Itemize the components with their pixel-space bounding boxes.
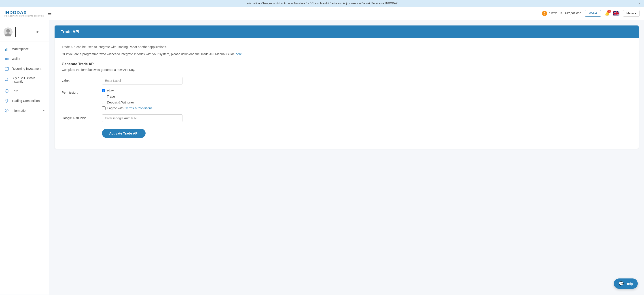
chat-icon: 💬 — [619, 281, 624, 286]
chevron-down-icon: ▾ — [634, 12, 636, 15]
page-body: Trade API can be used to integrate with … — [54, 38, 639, 149]
btc-price-display: ₿ 1 BTC = Rp 977,661,000 — [542, 11, 581, 16]
notification-badge: 1 — [607, 9, 611, 13]
info-icon — [4, 108, 9, 113]
google-auth-label: Google Auth PIN: — [62, 114, 98, 120]
avatar — [4, 27, 12, 36]
sidebar-item-recurring-label: Recurring Investment — [12, 67, 41, 70]
google-auth-input[interactable] — [102, 114, 182, 122]
activate-button[interactable]: Activate Trade API — [102, 129, 146, 138]
info-bar: Information: Changes in Virtual Account … — [0, 0, 644, 7]
trade-checkbox[interactable] — [102, 95, 105, 98]
permission-trade[interactable]: Trade — [102, 95, 182, 98]
info-bar-close[interactable]: × — [638, 1, 640, 5]
marketplace-icon — [4, 47, 9, 51]
hamburger-menu[interactable]: ☰ — [48, 11, 52, 16]
google-auth-field-container — [102, 114, 182, 122]
svg-rect-6 — [7, 47, 8, 51]
logo-subtitle: INDONESIA BITCOIN AND CRYPTO EXCHANGE — [4, 15, 44, 17]
sidebar-item-marketplace[interactable]: Marketplace — [0, 44, 49, 54]
label-input[interactable] — [102, 77, 182, 84]
profile-area: 👁 — [0, 24, 49, 42]
sidebar-item-recurring[interactable]: Recurring Investment — [0, 64, 49, 73]
sidebar-item-buysell[interactable]: Buy / Sell Bitcoin Instantly — [0, 73, 49, 86]
main-layout: 👁 Marketplace — [0, 20, 644, 295]
help-button[interactable]: 💬 Help — [614, 279, 638, 289]
svg-point-2 — [6, 29, 10, 33]
svg-rect-11 — [5, 67, 8, 70]
earn-icon — [4, 89, 9, 93]
description-line1: Trade API can be used to integrate with … — [62, 44, 632, 49]
sidebar-item-buysell-label: Buy / Sell Bitcoin Instantly — [12, 76, 44, 83]
notification-button[interactable]: 🔔 1 — [605, 11, 610, 16]
form-instruction: Complete the form below to generate a ne… — [62, 68, 632, 71]
terms-checkbox[interactable] — [102, 106, 106, 110]
logo-name: INDODAX — [4, 10, 44, 15]
description-line2: Or if you are a programmer who wishes to… — [62, 52, 632, 56]
trophy-icon — [4, 99, 9, 103]
permission-field-container: View Trade Deposit & Withdraw — [102, 89, 182, 110]
sidebar-item-earn-label: Earn — [12, 89, 18, 93]
header: INDODAX INDONESIA BITCOIN AND CRYPTO EXC… — [0, 7, 644, 20]
logo: INDODAX INDONESIA BITCOIN AND CRYPTO EXC… — [4, 10, 44, 17]
sidebar-item-wallet[interactable]: Wallet — [0, 54, 49, 64]
info-bar-message: Information: Changes in Virtual Account … — [246, 2, 398, 5]
sidebar-item-information[interactable]: Information ▾ — [0, 106, 49, 116]
depositwithdraw-label: Deposit & Withdraw — [107, 101, 134, 104]
sidebar-item-wallet-label: Wallet — [12, 57, 20, 60]
svg-point-10 — [8, 59, 8, 59]
sidebar-item-trading-label: Trading Competition — [12, 99, 40, 103]
terms-agree-row: I agree with Terms & Conditions — [102, 106, 182, 110]
btc-icon: ₿ — [542, 11, 547, 16]
terms-conditions-link[interactable]: Terms & Conditions — [125, 106, 152, 110]
visibility-toggle-icon[interactable]: 👁 — [36, 30, 39, 34]
svg-rect-4 — [5, 49, 6, 51]
view-label: View — [107, 89, 114, 92]
svg-point-19 — [6, 110, 7, 110]
navigation: Marketplace Wallet — [0, 42, 49, 118]
sidebar: 👁 Marketplace — [0, 20, 49, 295]
btc-price-text: 1 BTC = Rp 977,661,000 — [549, 12, 581, 15]
permission-depositwithdraw[interactable]: Deposit & Withdraw — [102, 101, 182, 104]
trade-label: Trade — [107, 95, 115, 98]
svg-rect-5 — [6, 48, 6, 51]
page-header: Trade API — [54, 25, 639, 38]
sidebar-item-marketplace-label: Marketplace — [12, 47, 28, 51]
wallet-button[interactable]: Wallet — [585, 10, 601, 16]
help-label: Help — [626, 282, 633, 286]
chevron-down-icon: ▾ — [43, 109, 44, 112]
sidebar-item-earn[interactable]: Earn — [0, 86, 49, 96]
page-title: Trade API — [61, 29, 632, 34]
label-field-row: Label: — [62, 77, 632, 84]
label-field-label: Label: — [62, 77, 98, 82]
language-flag[interactable] — [613, 11, 620, 16]
profile-id-box — [15, 27, 33, 37]
arrows-icon — [4, 77, 9, 82]
header-right: ₿ 1 BTC = Rp 977,661,000 Wallet 🔔 1 Menu… — [542, 10, 640, 16]
activate-button-row: Activate Trade API — [62, 126, 632, 138]
main-content: Trade API Trade API can be used to integ… — [49, 20, 644, 295]
google-auth-row: Google Auth PIN: — [62, 114, 632, 122]
permission-checkboxes: View Trade Deposit & Withdraw — [102, 89, 182, 104]
section-title: Generate Trade API — [62, 62, 632, 66]
profile-row: 👁 — [4, 27, 46, 37]
view-checkbox[interactable] — [102, 89, 105, 92]
label-field-container — [102, 77, 182, 84]
depositwithdraw-checkbox[interactable] — [102, 101, 105, 104]
sidebar-item-trading[interactable]: Trading Competition — [0, 96, 49, 106]
calendar-icon — [4, 66, 9, 71]
permission-field-label: Permission: — [62, 89, 98, 94]
svg-rect-7 — [8, 48, 8, 51]
api-manual-link[interactable]: here — [236, 52, 242, 56]
permission-view[interactable]: View — [102, 89, 182, 92]
logo-area: INDODAX INDONESIA BITCOIN AND CRYPTO EXC… — [4, 10, 52, 17]
trade-api-card: Trade API Trade API can be used to integ… — [54, 25, 639, 149]
wallet-icon — [4, 56, 9, 61]
permission-field-row: Permission: View Trade — [62, 89, 632, 110]
agree-text: I agree with — [107, 106, 124, 110]
menu-button[interactable]: Menu ▾ — [623, 10, 640, 16]
sidebar-item-information-label: Information — [12, 109, 27, 112]
